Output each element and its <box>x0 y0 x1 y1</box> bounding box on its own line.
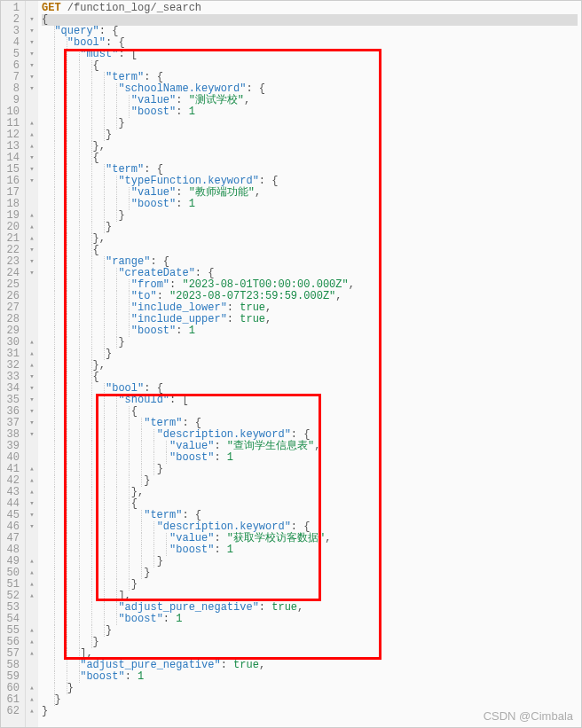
code-line[interactable]: }, <box>42 360 578 372</box>
code-line[interactable]: "boost": 1 <box>42 614 578 625</box>
code-line[interactable]: } <box>42 683 578 694</box>
indent-guide <box>116 337 117 348</box>
token-sp <box>42 451 169 464</box>
fold-blank <box>26 544 38 556</box>
token-punct: } <box>67 682 74 694</box>
code-line[interactable]: "must": [ <box>42 49 578 60</box>
token-kw: true <box>240 301 265 314</box>
token-sp <box>42 290 131 302</box>
token-punct: , <box>335 290 342 302</box>
code-line[interactable]: } <box>42 222 578 233</box>
fold-blank <box>26 533 38 544</box>
fold-open-icon: ▾ <box>26 418 38 429</box>
fold-open-icon: ▾ <box>26 268 38 279</box>
token-key: "boost" <box>118 613 162 625</box>
code-line[interactable]: } <box>42 694 578 706</box>
token-key: "from" <box>131 278 169 291</box>
fold-open-icon: ▾ <box>26 383 38 395</box>
token-key: "typeFunction.keyword" <box>118 175 258 187</box>
token-sp <box>42 693 54 706</box>
token-sp <box>42 601 118 614</box>
token-sp <box>42 106 131 118</box>
token-punct: } <box>106 348 112 360</box>
fold-blank <box>26 671 38 683</box>
code-line[interactable]: GET /function_log/_search <box>42 3 578 14</box>
token-str: "获取学校访客数据" <box>227 532 325 544</box>
code-line[interactable]: } <box>42 348 578 360</box>
indent-guide <box>153 464 154 475</box>
code-line[interactable]: } <box>42 210 578 222</box>
code-line[interactable]: } <box>42 637 578 648</box>
token-method: GET <box>42 2 61 14</box>
code-line[interactable]: } <box>42 337 578 348</box>
fold-close-icon: ▴ <box>26 487 38 498</box>
token-punct: }, <box>131 486 144 498</box>
token-kw: true <box>240 313 265 325</box>
fold-close-icon: ▴ <box>26 360 38 372</box>
indent-guide <box>141 568 142 579</box>
code-line[interactable]: } <box>42 118 578 129</box>
token-punct: { <box>131 405 138 418</box>
token-sp <box>42 94 131 106</box>
token-punct: , <box>255 186 261 199</box>
fold-open-icon: ▾ <box>26 510 38 521</box>
code-line[interactable]: } <box>42 706 578 717</box>
token-sp <box>42 578 131 591</box>
token-sp <box>42 48 80 60</box>
token-punct: } <box>106 129 112 141</box>
token-key: "createDate" <box>118 267 194 279</box>
token-sp <box>42 117 118 129</box>
fold-open-icon: ▾ <box>26 498 38 510</box>
token-key: "description.keyword" <box>157 428 291 441</box>
token-str: "查询学生信息表" <box>227 440 314 452</box>
token-sp <box>42 624 106 637</box>
token-sp <box>42 521 157 533</box>
token-sp <box>42 670 80 683</box>
token-sp <box>42 497 131 510</box>
fold-close-icon: ▴ <box>26 337 38 348</box>
token-kw: true <box>271 601 297 614</box>
token-punct: : <box>227 313 240 325</box>
token-key: "term" <box>106 163 144 176</box>
indent-guide <box>166 452 167 464</box>
token-sp <box>42 405 131 418</box>
token-key: "value" <box>169 440 214 452</box>
code-line[interactable]: } <box>42 625 578 637</box>
token-punct: : <box>169 278 182 291</box>
fold-open-icon: ▾ <box>26 372 38 383</box>
token-punct: , <box>244 94 250 106</box>
fold-open-icon: ▾ <box>26 14 38 26</box>
token-punct: , <box>265 301 271 314</box>
token-key: "boost" <box>131 106 176 118</box>
code-line[interactable]: } <box>42 129 578 141</box>
code-editor[interactable]: 1234567891011121314151617181920212223242… <box>0 0 582 728</box>
fold-blank <box>26 614 38 625</box>
token-num: 1 <box>189 106 195 118</box>
code-line[interactable]: "boost": 1 <box>42 671 578 683</box>
token-key: "query" <box>54 25 98 37</box>
token-punct: }, <box>93 140 106 153</box>
fold-close-icon: ▴ <box>26 233 38 245</box>
token-key: "adjust_pure_negative" <box>80 659 220 671</box>
code-line[interactable]: }, <box>42 141 578 153</box>
token-punct: : { <box>99 25 119 37</box>
fold-open-icon: ▾ <box>26 72 38 83</box>
token-punct: , <box>325 532 331 544</box>
token-sp <box>42 647 80 660</box>
token-sp <box>42 659 80 671</box>
token-key: "include_lower" <box>131 301 227 314</box>
fold-close-icon: ▴ <box>26 706 38 717</box>
token-punct: ], <box>80 647 92 660</box>
token-punct: : <box>125 670 138 683</box>
token-key: "value" <box>169 532 214 544</box>
token-punct: } <box>54 693 60 706</box>
token-sp <box>42 590 118 602</box>
code-line[interactable]: { <box>42 14 578 26</box>
indent-guide <box>129 106 130 118</box>
token-punct: : { <box>246 82 265 95</box>
fold-blank <box>26 452 38 464</box>
code-area[interactable]: GET /function_log/_search{ "query": { "b… <box>38 1 581 727</box>
token-sp <box>42 463 157 475</box>
fold-close-icon: ▴ <box>26 475 38 487</box>
code-line[interactable]: }, <box>42 233 578 245</box>
